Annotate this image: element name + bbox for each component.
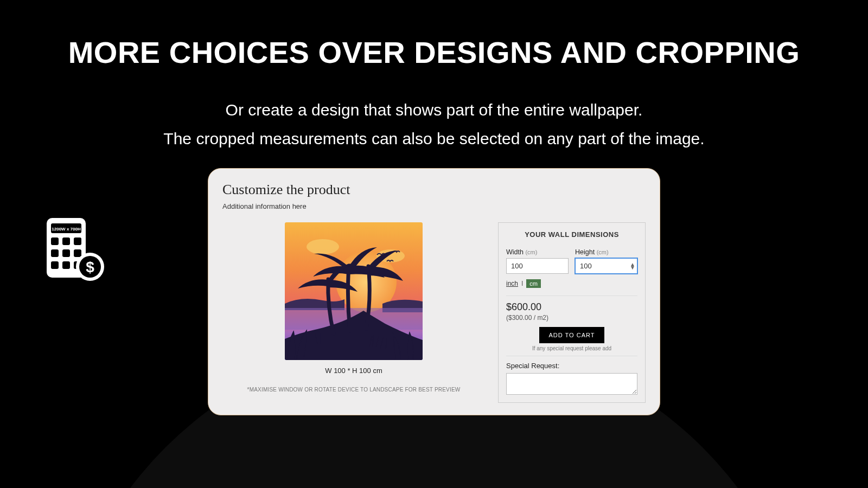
product-customize-card: Customize the product Additional informa… — [208, 168, 660, 415]
calculator-dollar-icon: 1200W x 700H $ — [43, 217, 106, 284]
preview-hint-text: *MAXIMISE WINDOW OR ROTATE DEVICE TO LAN… — [222, 387, 485, 393]
subtext-line-1: Or create a design that shows part of th… — [0, 96, 868, 125]
card-subtitle: Additional information here — [222, 202, 646, 210]
price-value: $600.00 — [506, 301, 637, 313]
svg-text:$: $ — [86, 259, 94, 275]
height-unit-text: (cm) — [597, 249, 609, 255]
add-to-cart-button[interactable]: ADD TO CART — [539, 327, 605, 343]
card-title: Customize the product — [222, 182, 646, 198]
svg-rect-7 — [74, 249, 81, 257]
height-stepper-icon[interactable]: ▲▼ — [630, 263, 635, 269]
unit-separator: I — [521, 280, 523, 287]
svg-rect-8 — [51, 261, 59, 269]
height-label: Height (cm) — [575, 248, 637, 256]
svg-rect-2 — [51, 237, 59, 245]
unit-inch-toggle[interactable]: inch — [506, 280, 518, 287]
svg-rect-9 — [62, 261, 70, 269]
panel-title: YOUR WALL DIMENSIONS — [506, 230, 637, 239]
page-headline: MORE CHOICES OVER DESIGNS AND CROPPING — [0, 35, 868, 70]
svg-rect-3 — [62, 237, 70, 245]
width-input[interactable] — [506, 258, 569, 274]
price-per-unit: ($300.00 / m2) — [506, 314, 637, 322]
svg-rect-6 — [62, 249, 70, 257]
width-label: Width (cm) — [506, 248, 569, 256]
special-request-hint: If any special request please add — [506, 345, 637, 351]
height-label-text: Height — [575, 248, 595, 256]
subtext-line-2: The cropped measurements can also be sel… — [0, 125, 868, 153]
preview-column: W 100 * H 100 cm *MAXIMISE WINDOW OR ROT… — [222, 222, 485, 393]
width-label-text: Width — [506, 248, 524, 256]
dimensions-panel: YOUR WALL DIMENSIONS Width (cm) Height (… — [498, 222, 646, 403]
unit-cm-toggle[interactable]: cm — [526, 279, 541, 288]
wallpaper-preview-image[interactable] — [285, 222, 423, 360]
special-request-textarea[interactable] — [506, 373, 637, 395]
calculator-display-text: 1200W x 700H — [52, 227, 81, 232]
preview-dimensions-label: W 100 * H 100 cm — [222, 367, 485, 375]
svg-line-20 — [373, 335, 373, 347]
svg-rect-4 — [74, 237, 81, 245]
special-request-label: Special Request: — [506, 362, 637, 370]
height-input[interactable] — [575, 258, 637, 274]
svg-rect-5 — [51, 249, 59, 257]
page-subtext: Or create a design that shows part of th… — [0, 96, 868, 153]
svg-point-16 — [307, 239, 339, 254]
width-unit-text: (cm) — [525, 249, 537, 255]
